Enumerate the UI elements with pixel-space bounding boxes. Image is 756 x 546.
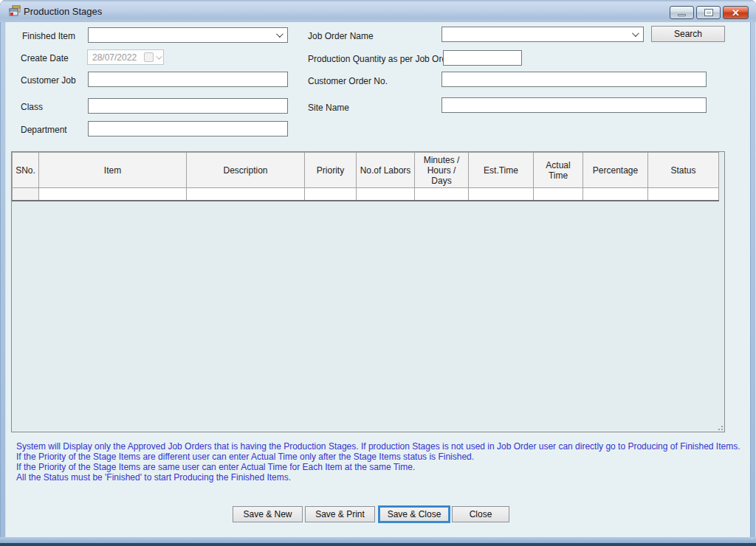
site-name-input[interactable] [441,97,707,113]
title-bar[interactable]: Production Stages ✕ [0,0,756,22]
production-stages-window: Production Stages ✕ Finished Item Create… [0,0,756,546]
job-order-name-combo[interactable] [441,27,644,42]
app-form-icon [9,5,21,17]
grid-cell[interactable] [13,188,39,201]
note-line: All the Status must be 'Finished' to sta… [16,472,744,483]
col-item[interactable]: Item [39,153,187,188]
note-line: If the Priority of the Stage Items are d… [16,452,744,462]
minimize-button[interactable] [670,6,694,19]
grid-cell[interactable] [305,188,357,201]
job-order-name-label: Job Order Name [308,31,374,41]
stages-table: SNo. Item Description Priority No.of Lab… [12,152,719,201]
grid-header-row: SNo. Item Description Priority No.of Lab… [13,153,719,188]
chevron-down-icon [156,53,162,59]
maximize-button[interactable] [696,6,721,19]
col-minutes-hours-days[interactable]: Minutes / Hours / Days [415,153,469,188]
class-label: Class [21,102,43,112]
col-status[interactable]: Status [648,153,719,188]
maximize-icon [705,10,712,15]
close-form-button[interactable]: Close [452,506,509,522]
window-title: Production Stages [24,6,102,17]
grid-cell[interactable] [469,188,534,201]
chevron-down-icon [632,30,639,37]
customer-job-input[interactable] [88,72,288,87]
stages-data-grid[interactable]: SNo. Item Description Priority No.of Lab… [11,151,725,432]
grid-cell[interactable] [415,188,469,201]
instruction-notes: System will Display only the Approved Jo… [16,441,744,483]
finished-item-combo[interactable] [88,27,288,43]
department-input[interactable] [88,121,288,136]
finished-item-label: Finished Item [22,31,75,41]
col-sno[interactable]: SNo. [13,153,39,188]
window-border-left [0,22,6,537]
create-date-picker: 28/07/2022 [87,49,164,65]
production-quantity-label: Production Quantity as per Job Order [308,54,455,64]
col-no-of-labors[interactable]: No.of Labors [357,153,415,188]
window-border-right [750,22,756,537]
class-input[interactable] [88,98,288,114]
col-percentage[interactable]: Percentage [583,153,648,188]
grid-empty-row[interactable] [13,188,719,201]
col-est-time[interactable]: Est.Time [469,153,534,188]
grid-cell[interactable] [583,188,648,201]
customer-job-label: Customer Job [21,75,76,86]
col-priority[interactable]: Priority [305,153,357,188]
grid-cell[interactable] [39,188,187,201]
note-line: If the Priority of the Stage Items are s… [16,462,744,472]
form-client-area: Finished Item Create Date 28/07/2022 Cus… [6,22,750,537]
grid-cell[interactable] [357,188,415,201]
close-icon: ✕ [732,8,740,18]
window-border-bottom [0,537,756,546]
col-description[interactable]: Description [187,153,305,188]
grid-cell[interactable] [534,188,583,201]
search-button[interactable]: Search [651,26,725,42]
create-date-value: 28/07/2022 [92,52,137,63]
customer-order-no-input[interactable] [441,72,707,87]
site-name-label: Site Name [308,103,349,113]
create-date-label: Create Date [21,53,69,63]
production-quantity-input[interactable] [443,50,522,66]
calendar-icon [144,52,154,62]
col-actual-time[interactable]: Actual Time [534,153,583,188]
save-and-print-button[interactable]: Save & Print [305,506,375,522]
department-label: Department [21,125,67,135]
grid-resize-grip[interactable] [717,424,723,430]
save-and-close-button[interactable]: Save & Close [379,506,450,522]
customer-order-no-label: Customer Order No. [308,76,388,86]
chevron-down-icon [276,30,284,38]
minimize-icon [678,14,686,16]
close-button[interactable]: ✕ [723,6,749,19]
grid-cell[interactable] [187,188,305,201]
grid-cell[interactable] [648,188,719,201]
save-and-new-button[interactable]: Save & New [233,506,303,522]
note-line: System will Display only the Approved Jo… [16,441,744,452]
